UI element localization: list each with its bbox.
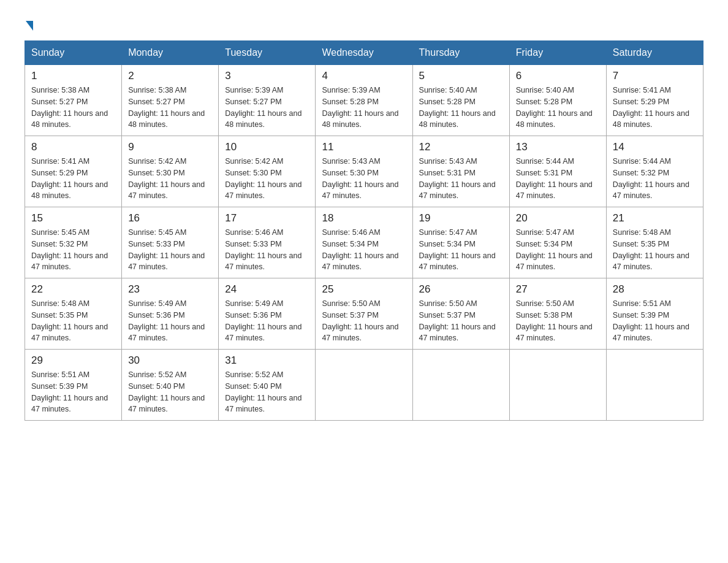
daylight-label: Daylight: 11 hours and 47 minutes. xyxy=(419,323,496,343)
day-number: 17 xyxy=(225,212,309,224)
sunrise-label: Sunrise: 5:47 AM xyxy=(516,228,574,237)
sunrise-label: Sunrise: 5:44 AM xyxy=(613,157,671,166)
logo-arrow-icon xyxy=(26,21,33,31)
sunrise-label: Sunrise: 5:49 AM xyxy=(225,299,283,308)
calendar-cell: 14 Sunrise: 5:44 AM Sunset: 5:32 PM Dayl… xyxy=(606,136,703,207)
day-info: Sunrise: 5:48 AM Sunset: 5:35 PM Dayligh… xyxy=(31,298,115,344)
day-number: 5 xyxy=(419,70,503,82)
day-number: 6 xyxy=(516,70,600,82)
calendar-day-header: Saturday xyxy=(606,41,703,65)
day-info: Sunrise: 5:49 AM Sunset: 5:36 PM Dayligh… xyxy=(128,298,212,344)
calendar-day-header: Thursday xyxy=(412,41,509,65)
daylight-label: Daylight: 11 hours and 48 minutes. xyxy=(613,109,689,129)
calendar-header-row: SundayMondayTuesdayWednesdayThursdayFrid… xyxy=(25,41,703,65)
day-info: Sunrise: 5:45 AM Sunset: 5:33 PM Dayligh… xyxy=(128,227,212,273)
daylight-label: Daylight: 11 hours and 47 minutes. xyxy=(225,394,301,414)
day-info: Sunrise: 5:42 AM Sunset: 5:30 PM Dayligh… xyxy=(225,156,309,202)
sunset-label: Sunset: 5:31 PM xyxy=(419,169,476,177)
sunset-label: Sunset: 5:32 PM xyxy=(31,240,88,248)
day-number: 9 xyxy=(128,141,212,153)
sunrise-label: Sunrise: 5:50 AM xyxy=(322,299,380,308)
calendar-cell: 7 Sunrise: 5:41 AM Sunset: 5:29 PM Dayli… xyxy=(606,65,703,136)
calendar-week-row: 22 Sunrise: 5:48 AM Sunset: 5:35 PM Dayl… xyxy=(25,278,703,350)
day-number: 7 xyxy=(613,70,697,82)
calendar-cell: 13 Sunrise: 5:44 AM Sunset: 5:31 PM Dayl… xyxy=(509,136,606,207)
calendar-cell: 20 Sunrise: 5:47 AM Sunset: 5:34 PM Dayl… xyxy=(509,207,606,278)
calendar-cell xyxy=(606,350,703,421)
day-number: 23 xyxy=(128,283,212,296)
daylight-label: Daylight: 11 hours and 48 minutes. xyxy=(419,109,496,129)
calendar-week-row: 29 Sunrise: 5:51 AM Sunset: 5:39 PM Dayl… xyxy=(25,350,703,421)
day-info: Sunrise: 5:43 AM Sunset: 5:30 PM Dayligh… xyxy=(322,156,406,202)
calendar-cell: 9 Sunrise: 5:42 AM Sunset: 5:30 PM Dayli… xyxy=(122,136,219,207)
daylight-label: Daylight: 11 hours and 47 minutes. xyxy=(322,251,398,272)
day-number: 4 xyxy=(322,70,406,82)
sunset-label: Sunset: 5:28 PM xyxy=(322,98,378,106)
calendar-cell: 8 Sunrise: 5:41 AM Sunset: 5:29 PM Dayli… xyxy=(25,136,122,207)
daylight-label: Daylight: 11 hours and 48 minutes. xyxy=(516,109,593,129)
day-info: Sunrise: 5:50 AM Sunset: 5:37 PM Dayligh… xyxy=(419,298,503,344)
sunrise-label: Sunrise: 5:45 AM xyxy=(31,228,89,237)
daylight-label: Daylight: 11 hours and 47 minutes. xyxy=(31,394,108,414)
day-number: 26 xyxy=(419,283,503,296)
calendar-cell: 29 Sunrise: 5:51 AM Sunset: 5:39 PM Dayl… xyxy=(25,350,122,421)
calendar-cell xyxy=(509,350,606,421)
sunset-label: Sunset: 5:37 PM xyxy=(322,311,378,320)
day-info: Sunrise: 5:41 AM Sunset: 5:29 PM Dayligh… xyxy=(613,85,697,131)
sunset-label: Sunset: 5:33 PM xyxy=(225,240,281,248)
day-number: 13 xyxy=(516,141,600,153)
day-number: 29 xyxy=(31,354,115,367)
calendar-cell: 24 Sunrise: 5:49 AM Sunset: 5:36 PM Dayl… xyxy=(219,278,316,350)
day-info: Sunrise: 5:43 AM Sunset: 5:31 PM Dayligh… xyxy=(419,156,503,202)
day-number: 31 xyxy=(225,354,309,367)
daylight-label: Daylight: 11 hours and 47 minutes. xyxy=(128,180,205,201)
sunset-label: Sunset: 5:33 PM xyxy=(128,240,184,248)
daylight-label: Daylight: 11 hours and 48 minutes. xyxy=(31,180,108,201)
calendar-cell: 21 Sunrise: 5:48 AM Sunset: 5:35 PM Dayl… xyxy=(606,207,703,278)
day-number: 19 xyxy=(419,212,503,224)
day-number: 3 xyxy=(225,70,309,82)
sunset-label: Sunset: 5:34 PM xyxy=(322,240,378,248)
daylight-label: Daylight: 11 hours and 47 minutes. xyxy=(516,251,593,272)
sunset-label: Sunset: 5:30 PM xyxy=(128,169,184,177)
calendar-cell: 17 Sunrise: 5:46 AM Sunset: 5:33 PM Dayl… xyxy=(219,207,316,278)
day-info: Sunrise: 5:51 AM Sunset: 5:39 PM Dayligh… xyxy=(31,369,115,415)
sunrise-label: Sunrise: 5:52 AM xyxy=(225,370,283,379)
day-number: 1 xyxy=(31,70,115,82)
calendar-cell: 1 Sunrise: 5:38 AM Sunset: 5:27 PM Dayli… xyxy=(25,65,122,136)
daylight-label: Daylight: 11 hours and 47 minutes. xyxy=(613,323,689,343)
sunrise-label: Sunrise: 5:48 AM xyxy=(613,228,671,237)
day-number: 10 xyxy=(225,141,309,153)
day-number: 8 xyxy=(31,141,115,153)
day-number: 14 xyxy=(613,141,697,153)
sunset-label: Sunset: 5:35 PM xyxy=(613,240,669,248)
sunset-label: Sunset: 5:30 PM xyxy=(322,169,378,177)
daylight-label: Daylight: 11 hours and 47 minutes. xyxy=(613,251,689,272)
sunrise-label: Sunrise: 5:51 AM xyxy=(31,370,89,379)
day-number: 20 xyxy=(516,212,600,224)
sunset-label: Sunset: 5:28 PM xyxy=(419,98,476,106)
sunset-label: Sunset: 5:29 PM xyxy=(613,98,669,106)
daylight-label: Daylight: 11 hours and 48 minutes. xyxy=(31,109,108,129)
calendar-week-row: 8 Sunrise: 5:41 AM Sunset: 5:29 PM Dayli… xyxy=(25,136,703,207)
sunrise-label: Sunrise: 5:49 AM xyxy=(128,299,186,308)
day-info: Sunrise: 5:38 AM Sunset: 5:27 PM Dayligh… xyxy=(128,85,212,131)
calendar-day-header: Tuesday xyxy=(219,41,316,65)
sunset-label: Sunset: 5:32 PM xyxy=(613,169,669,177)
day-info: Sunrise: 5:52 AM Sunset: 5:40 PM Dayligh… xyxy=(128,369,212,415)
sunset-label: Sunset: 5:27 PM xyxy=(225,98,281,106)
daylight-label: Daylight: 11 hours and 48 minutes. xyxy=(322,109,398,129)
calendar-week-row: 15 Sunrise: 5:45 AM Sunset: 5:32 PM Dayl… xyxy=(25,207,703,278)
sunrise-label: Sunrise: 5:44 AM xyxy=(516,157,574,166)
daylight-label: Daylight: 11 hours and 47 minutes. xyxy=(128,251,205,272)
calendar-day-header: Friday xyxy=(509,41,606,65)
sunrise-label: Sunrise: 5:47 AM xyxy=(419,228,477,237)
day-number: 28 xyxy=(613,283,697,296)
sunrise-label: Sunrise: 5:38 AM xyxy=(128,86,186,94)
calendar-cell: 22 Sunrise: 5:48 AM Sunset: 5:35 PM Dayl… xyxy=(25,278,122,350)
day-info: Sunrise: 5:48 AM Sunset: 5:35 PM Dayligh… xyxy=(613,227,697,273)
day-number: 2 xyxy=(128,70,212,82)
day-number: 21 xyxy=(613,212,697,224)
day-number: 18 xyxy=(322,212,406,224)
daylight-label: Daylight: 11 hours and 47 minutes. xyxy=(128,323,205,343)
